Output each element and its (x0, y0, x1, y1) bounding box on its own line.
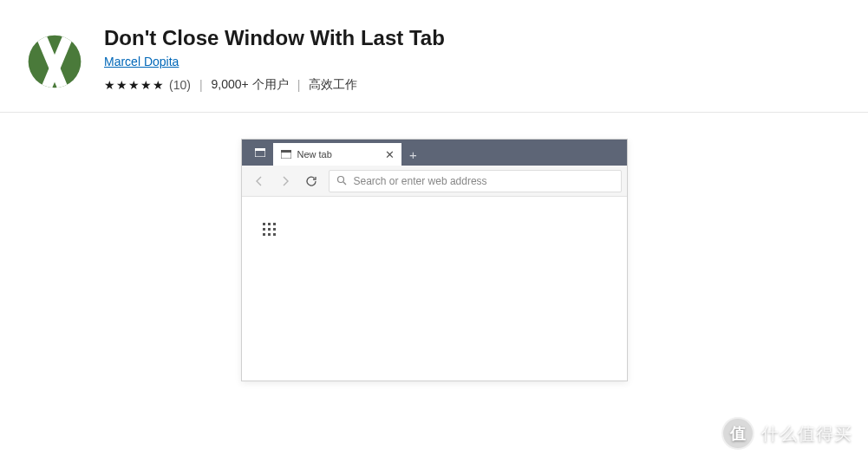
tab-favicon-icon (280, 148, 292, 160)
star-icon: ★ (140, 78, 152, 92)
new-tab-button[interactable]: + (401, 143, 426, 166)
category-label: 高效工作 (309, 77, 357, 93)
page-content (242, 197, 627, 381)
watermark: 值 什么值得买 (721, 417, 852, 450)
meta-divider: | (199, 78, 203, 92)
extension-icon (26, 33, 83, 90)
watermark-text: 什么值得买 (761, 422, 852, 446)
svg-rect-4 (255, 148, 265, 151)
svg-line-8 (343, 182, 346, 185)
svg-rect-6 (281, 150, 291, 153)
apps-grid-icon[interactable] (263, 223, 277, 237)
back-button[interactable] (247, 169, 271, 193)
extension-author-link[interactable]: Marcel Dopita (104, 55, 179, 68)
extension-info: Don't Close Window With Last Tab Marcel … (104, 26, 842, 93)
meta-divider: | (297, 78, 301, 92)
titlebar: New tab ✕ + (242, 140, 627, 166)
forward-button[interactable] (273, 169, 297, 193)
svg-point-7 (337, 176, 343, 182)
user-count: 9,000+ 个用户 (212, 77, 289, 93)
address-bar[interactable]: Search or enter web address (329, 170, 622, 192)
preview-area: New tab ✕ + Search or enter web address (0, 113, 868, 381)
browser-tab[interactable]: New tab ✕ (273, 143, 401, 166)
rating-stars: ★ ★ ★ ★ ★ (104, 78, 164, 92)
browser-mockup: New tab ✕ + Search or enter web address (241, 139, 628, 381)
close-icon[interactable]: ✕ (385, 148, 395, 161)
star-icon: ★ (153, 78, 164, 92)
watermark-badge: 值 (721, 417, 754, 450)
search-icon (336, 173, 347, 189)
toolbar: Search or enter web address (242, 166, 627, 197)
extension-title: Don't Close Window With Last Tab (104, 26, 842, 50)
rating-count: (10) (169, 78, 191, 92)
extension-meta: ★ ★ ★ ★ ★ (10) | 9,000+ 个用户 | 高效工作 (104, 77, 842, 93)
star-icon: ★ (104, 78, 115, 92)
address-placeholder: Search or enter web address (354, 175, 487, 187)
tab-label: New tab (297, 149, 385, 159)
extension-header: Don't Close Window With Last Tab Marcel … (0, 0, 868, 113)
star-icon: ★ (116, 78, 127, 92)
tab-actions-icon[interactable] (249, 140, 271, 166)
star-icon: ★ (128, 78, 140, 92)
refresh-button[interactable] (299, 169, 323, 193)
